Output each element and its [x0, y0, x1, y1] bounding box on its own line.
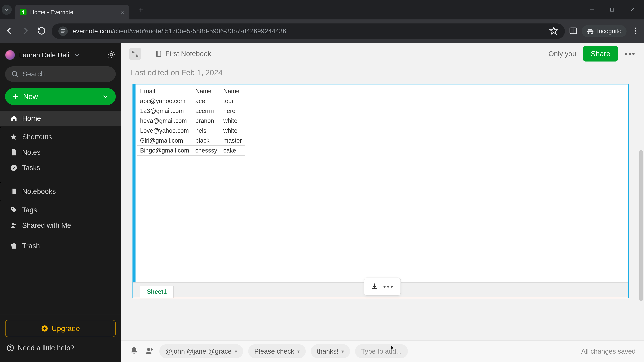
table-cell[interactable]: Bingo@gmail.com: [137, 146, 192, 156]
chip-label: Please check: [254, 348, 294, 355]
table-cell[interactable]: white: [220, 116, 245, 126]
table-cell[interactable]: acerrrrr: [192, 106, 220, 116]
sidebar-item-shortcuts[interactable]: Shortcuts: [0, 129, 121, 145]
incognito-label: Incognito: [597, 28, 622, 35]
browser-menu-button[interactable]: [630, 26, 641, 36]
site-info-button[interactable]: [58, 26, 68, 36]
sidebar-item-tasks[interactable]: Tasks: [0, 160, 121, 175]
table-cell[interactable]: here: [220, 106, 245, 116]
expand-icon[interactable]: ▸: [0, 126, 1, 129]
url-host: evernote.com: [72, 28, 112, 35]
svg-point-12: [635, 33, 636, 34]
table-cell[interactable]: 123@gmail.com: [137, 106, 192, 116]
new-tab-button[interactable]: +: [136, 5, 146, 15]
table-cell[interactable]: branon: [192, 116, 220, 126]
note-more-button[interactable]: •••: [625, 49, 636, 59]
notebook-icon: [10, 188, 18, 195]
plus-icon: [12, 93, 19, 100]
window-close-button[interactable]: [629, 6, 636, 13]
incognito-chip[interactable]: Incognito: [582, 25, 626, 37]
chevron-down-icon: [3, 6, 10, 13]
attachment-more-button[interactable]: •••: [383, 282, 394, 291]
table-cell[interactable]: heya@gmail.com: [137, 116, 192, 126]
table-cell[interactable]: Love@yahoo.com: [137, 126, 192, 136]
svg-point-28: [10, 349, 11, 350]
username: Lauren Dale Deli: [19, 51, 69, 59]
bookmark-icon[interactable]: [550, 26, 558, 36]
sidebar-item-label: Shared with Me: [22, 221, 71, 229]
window-controls: [589, 6, 641, 13]
data-table: EmailNameName abc@yahoo.comacetour123@gm…: [137, 86, 245, 156]
url-path: /client/web#/note/f5170be5-588d-5906-33b…: [112, 28, 286, 35]
sidebar-item-label: Tags: [22, 206, 37, 214]
add-tag-input[interactable]: Type to add...: [355, 344, 408, 358]
search-placeholder: Search: [22, 70, 45, 78]
main-panel: First Notebook Only you Share ••• Last e…: [121, 43, 644, 362]
tabs-dropdown-button[interactable]: [2, 5, 12, 15]
attachment-toolbar: •••: [364, 278, 401, 296]
reload-button[interactable]: [36, 25, 48, 37]
window-maximize-button[interactable]: [609, 6, 616, 13]
evernote-favicon: [20, 9, 26, 15]
forward-button[interactable]: [20, 25, 32, 37]
notebook-breadcrumb[interactable]: First Notebook: [155, 50, 211, 58]
spreadsheet-attachment[interactable]: EmailNameName abc@yahoo.comacetour123@gm…: [132, 84, 629, 298]
sidebar: Lauren Dale Deli Search New Home ▸: [0, 43, 121, 362]
scrollbar-thumb[interactable]: [639, 150, 643, 301]
tag-chip-thanks[interactable]: thanks! ▾: [311, 344, 350, 358]
sidebar-item-home[interactable]: Home: [0, 111, 121, 126]
sidebar-item-notebooks[interactable]: Notebooks: [0, 184, 121, 199]
window-minimize-button[interactable]: [589, 6, 595, 13]
mouse-cursor-icon: [391, 345, 395, 351]
browser-tabstrip: Home - Evernote × +: [0, 0, 644, 19]
browser-tab[interactable]: Home - Evernote ×: [15, 5, 129, 19]
column-header: Name: [220, 86, 245, 96]
address-bar[interactable]: evernote.com/client/web#/note/f5170be5-5…: [52, 23, 565, 39]
sidebar-item-notes[interactable]: Notes: [0, 145, 121, 160]
app-root: Lauren Dale Deli Search New Home ▸: [0, 43, 644, 362]
add-tag-placeholder: Type to add...: [361, 348, 402, 355]
svg-point-22: [12, 208, 13, 209]
sidebar-item-trash[interactable]: Trash: [0, 238, 121, 254]
table-cell[interactable]: chesssy: [192, 146, 220, 156]
table-cell[interactable]: abc@yahoo.com: [137, 96, 192, 106]
table-cell[interactable]: master: [220, 136, 245, 146]
download-button[interactable]: [371, 283, 378, 291]
sidebar-item-label: Shortcuts: [22, 133, 52, 141]
table-cell[interactable]: heis: [192, 126, 220, 136]
visibility-label[interactable]: Only you: [548, 50, 576, 58]
help-label: Need a little help?: [18, 344, 74, 352]
notebook-name: First Notebook: [165, 50, 211, 58]
column-header: Email: [137, 86, 192, 96]
table-cell[interactable]: cake: [220, 146, 245, 156]
new-button[interactable]: New: [5, 88, 116, 105]
tag-chip-mentions[interactable]: @john @jane @grace ▾: [159, 344, 243, 358]
chip-label: thanks!: [317, 348, 338, 355]
tab-close-icon[interactable]: ×: [120, 9, 124, 15]
sidebar-item-shared[interactable]: Shared with Me: [0, 218, 121, 233]
sidebar-item-tags[interactable]: Tags: [0, 202, 121, 218]
assign-button[interactable]: [144, 346, 154, 356]
home-icon: [10, 115, 18, 122]
help-button[interactable]: Need a little help?: [5, 342, 116, 357]
search-input[interactable]: Search: [5, 66, 116, 82]
spreadsheet-body: EmailNameName abc@yahoo.comacetour123@gm…: [133, 84, 628, 282]
share-button[interactable]: Share: [583, 46, 618, 61]
table-cell[interactable]: tour: [220, 96, 245, 106]
sheet-tab[interactable]: Sheet1: [140, 286, 174, 298]
settings-button[interactable]: [107, 50, 116, 60]
expand-note-button[interactable]: [129, 48, 141, 60]
table-cell[interactable]: Girl@gmail.com: [137, 136, 192, 146]
tag-chip-check[interactable]: Please check ▾: [248, 344, 306, 358]
side-panel-icon[interactable]: [569, 26, 578, 36]
expand-icon[interactable]: ▸: [0, 199, 1, 202]
reminder-button[interactable]: [129, 346, 139, 356]
table-cell[interactable]: ace: [192, 96, 220, 106]
table-cell[interactable]: black: [192, 136, 220, 146]
upgrade-button[interactable]: Upgrade: [5, 320, 116, 337]
table-cell[interactable]: white: [220, 126, 245, 136]
expand-icon[interactable]: ▸: [0, 181, 1, 184]
back-button[interactable]: [3, 25, 16, 37]
browser-toolbar: evernote.com/client/web#/note/f5170be5-5…: [0, 19, 644, 43]
account-switcher[interactable]: Lauren Dale Deli: [0, 46, 121, 65]
